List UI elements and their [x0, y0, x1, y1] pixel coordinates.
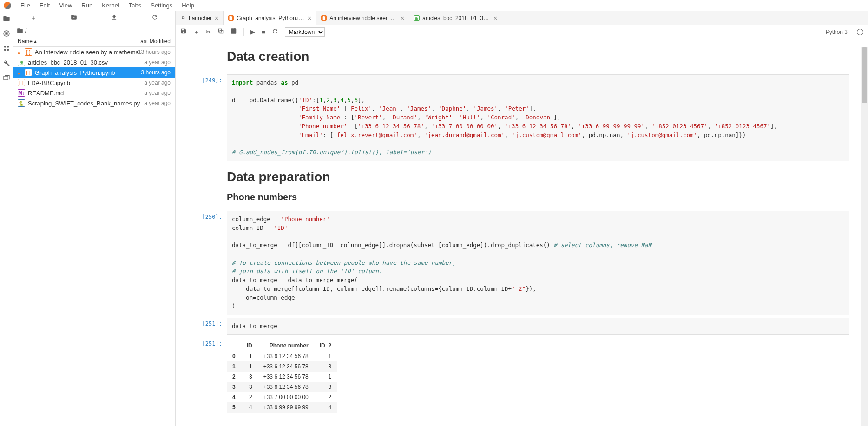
tab[interactable]: ⧉Launcher×	[176, 11, 224, 25]
refresh-icon[interactable]	[151, 14, 158, 22]
run-icon[interactable]: ▶	[250, 28, 255, 35]
table-cell: 2	[314, 392, 337, 402]
svg-rect-6	[4, 76, 8, 80]
code-input[interactable]: column_edge = 'Phone number' column_ID =…	[227, 211, 849, 315]
tabs-icon[interactable]	[3, 74, 10, 82]
add-cell-icon[interactable]: ＋	[193, 28, 199, 36]
close-icon[interactable]: ×	[308, 14, 311, 22]
cell-prompt	[194, 44, 227, 72]
file-modified: 13 hours ago	[138, 49, 171, 55]
table-cell: 4	[227, 392, 241, 402]
svg-rect-1	[6, 33, 7, 34]
new-folder-icon[interactable]: +	[71, 14, 77, 22]
new-launcher-icon[interactable]: ＋	[30, 14, 37, 22]
table-cell: 3	[314, 382, 337, 392]
menubar: File Edit View Run Kernel Tabs Settings …	[0, 0, 868, 11]
jupyter-logo-icon	[4, 2, 11, 9]
close-icon[interactable]: ×	[215, 14, 218, 22]
file-row[interactable]: ⊞articles_bbc_2018_01_30.csva year ago	[13, 57, 175, 67]
menu-kernel[interactable]: Kernel	[97, 1, 124, 10]
menu-settings[interactable]: Settings	[146, 1, 177, 10]
upload-icon[interactable]	[111, 14, 118, 22]
file-name: Graph_analysis_Python.ipynb	[35, 69, 115, 76]
file-row[interactable]: [ ]An interview riddle seen by a mathema…	[13, 47, 175, 57]
col-modified[interactable]: Last Modified	[138, 38, 171, 45]
code-cell[interactable]: [251]: data_to_merge	[194, 318, 849, 335]
tab[interactable]: [ ]Graph_analysis_Python.ipynb×	[224, 11, 316, 25]
markdown-cell[interactable]: Data creation	[194, 44, 849, 72]
celltype-select[interactable]: Markdown	[285, 27, 325, 37]
tabbar: ⧉Launcher×[ ]Graph_analysis_Python.ipynb…	[176, 11, 868, 25]
markdown-cell[interactable]: Data preparation Phone numbers	[194, 164, 849, 208]
svg-point-2	[4, 46, 6, 48]
app-root: File Edit View Run Kernel Tabs Settings …	[0, 0, 868, 426]
kernel-name[interactable]: Python 3	[826, 29, 848, 35]
file-browser-sidebar: ＋ + / Name ▴ Last Modified [ ]An intervi…	[13, 11, 176, 426]
notebook-toolbar: ＋ ✂ ▶ ■ Markdown Python 3	[176, 25, 868, 39]
table-cell: 5	[227, 402, 241, 413]
nb-icon: [ ]	[25, 69, 32, 76]
scrollbar-thumb[interactable]	[862, 47, 867, 103]
commands-icon[interactable]	[3, 45, 10, 52]
output-cell: [251]: IDPhone numberID_201+33 6 12 34 5…	[194, 338, 849, 413]
table-cell: +33 6 12 34 56 78	[258, 361, 314, 372]
code-cell[interactable]: [249]: import pandas as pd df = pd.DataF…	[194, 74, 849, 161]
menu-help[interactable]: Help	[177, 1, 199, 10]
table-cell: 3	[241, 372, 258, 382]
menu-edit[interactable]: Edit	[35, 1, 54, 10]
wrench-icon[interactable]	[3, 59, 10, 67]
vertical-scrollbar[interactable]	[861, 47, 868, 426]
file-list: [ ]An interview riddle seen by a mathema…	[13, 47, 175, 426]
tab-label: Graph_analysis_Python.ipynb	[237, 15, 305, 21]
table-cell: 1	[227, 361, 241, 372]
table-cell: 4	[241, 402, 258, 413]
stop-icon[interactable]: ■	[262, 28, 265, 35]
cell-prompt	[194, 164, 227, 208]
code-input[interactable]: import pandas as pd df = pd.DataFrame({'…	[227, 74, 849, 161]
sidebar-toolbar: ＋ +	[13, 11, 175, 25]
separator	[243, 28, 244, 36]
table-row: 23+33 6 12 34 56 781	[227, 372, 337, 382]
code-input[interactable]: data_to_merge	[227, 318, 849, 335]
table-cell: +33 6 12 34 56 78	[258, 372, 314, 382]
menu-file[interactable]: File	[16, 1, 35, 10]
col-name[interactable]: Name ▴	[18, 38, 37, 45]
cell-prompt: [251]:	[194, 338, 227, 413]
menu-view[interactable]: View	[54, 1, 77, 10]
menu-tabs[interactable]: Tabs	[124, 1, 146, 10]
file-row[interactable]: [ ]LDA-BBC.ipynba year ago	[13, 78, 175, 88]
tab[interactable]: ⊞articles_bbc_2018_01_30.csv×	[409, 11, 502, 25]
paste-icon[interactable]	[230, 28, 237, 36]
file-row[interactable]: [ ]Graph_analysis_Python.ipynb3 hours ag…	[13, 67, 175, 78]
cut-icon[interactable]: ✂	[206, 28, 211, 35]
kernel-indicator-icon[interactable]	[857, 29, 863, 35]
cell-prompt: [250]:	[194, 211, 227, 315]
file-name: articles_bbc_2018_01_30.csv	[28, 59, 108, 66]
menu-run[interactable]: Run	[77, 1, 97, 10]
close-icon[interactable]: ×	[493, 14, 497, 22]
restart-icon[interactable]	[272, 28, 278, 36]
launcher-icon: ⧉	[180, 15, 186, 21]
activity-bar	[0, 11, 13, 426]
save-icon[interactable]	[180, 28, 187, 36]
table-row: 42+33 7 00 00 00 002	[227, 392, 337, 402]
tab[interactable]: [ ]An interview riddle seen by .×	[316, 11, 409, 25]
heading-phone-numbers: Phone numbers	[227, 192, 849, 203]
code-cell[interactable]: [250]: column_edge = 'Phone number' colu…	[194, 211, 849, 315]
folder-icon[interactable]	[3, 15, 10, 22]
output-table: IDPhone numberID_201+33 6 12 34 56 78111…	[227, 341, 849, 413]
running-icon[interactable]	[3, 30, 10, 37]
tab-label: An interview riddle seen by .	[329, 15, 398, 21]
file-list-header: Name ▴ Last Modified	[13, 36, 175, 47]
file-row[interactable]: 🐍Scraping_SWIFT_codes_Bank_names.pya yea…	[13, 98, 175, 108]
table-cell: 1	[241, 351, 258, 361]
file-row[interactable]: M↓README.mda year ago	[13, 88, 175, 98]
close-icon[interactable]: ×	[401, 14, 404, 22]
nb-icon: [ ]	[18, 79, 25, 86]
breadcrumb[interactable]: /	[13, 25, 175, 36]
copy-icon[interactable]	[217, 28, 224, 36]
table-cell: 1	[241, 361, 258, 372]
notebook-body[interactable]: Data creation [249]: import pandas as pd…	[176, 39, 868, 426]
file-modified: 3 hours ago	[141, 69, 171, 76]
breadcrumb-folder-icon	[17, 27, 23, 34]
